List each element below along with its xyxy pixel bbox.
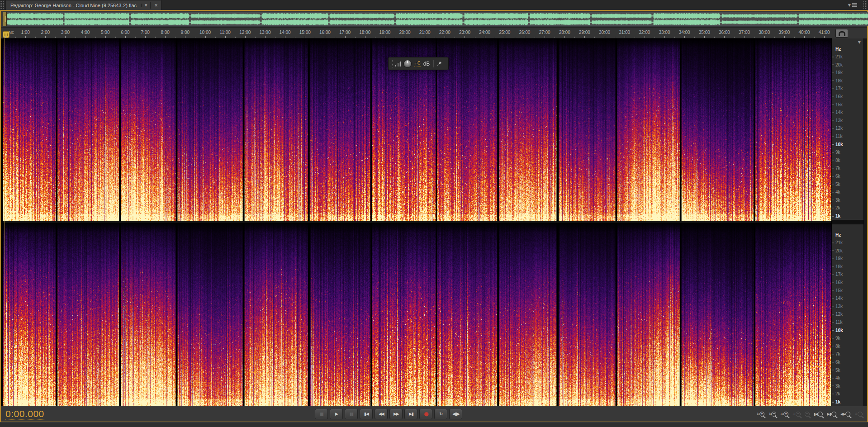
rewind-button[interactable]: ◀◀ [375, 409, 388, 419]
ruler-tick [205, 36, 206, 38]
spectrogram-channel-right[interactable] [3, 223, 831, 406]
frequency-scale-dropdown-icon[interactable]: ▼ [858, 40, 861, 44]
play-button[interactable]: ▶ [330, 409, 343, 419]
frequency-unit-label: Hz [835, 232, 841, 237]
scale-divider [832, 220, 867, 224]
ruler-label: 14:00 [280, 30, 291, 35]
frequency-label: 12k [835, 312, 843, 317]
frequency-scale-right[interactable]: Hz21k20k19k18k17k16k15k14k13k12k11k10k9k… [832, 224, 867, 406]
hud-grip-icon[interactable] [390, 60, 393, 67]
zoom-in-vertical-button[interactable]: ↕+ [756, 412, 764, 417]
ruler-label: 34:00 [679, 30, 690, 35]
ruler-tick [545, 36, 545, 38]
zoom-to-out-point-button[interactable]: ▶▮ [827, 412, 836, 417]
zoom-in-horizontal-button[interactable]: ↔+ [780, 412, 788, 417]
ruler-label: 41:00 [819, 30, 830, 35]
frequency-label: 13k [835, 118, 843, 123]
playhead-time-display[interactable]: 0:00.000 [5, 408, 44, 420]
ruler-tick [645, 36, 645, 38]
ruler-tick [245, 36, 246, 38]
magnifier-icon [858, 412, 863, 417]
spectral-display: ▼ Hz21k20k19k18k17k16k15k14k13k12k11k10k… [1, 38, 867, 406]
gain-value[interactable]: +0 [414, 60, 421, 67]
skip-selection-button[interactable]: ◀▮▶ [449, 409, 462, 419]
gain-knob[interactable] [403, 60, 412, 68]
zoom-to-in-point-button[interactable]: ▮◀ [814, 412, 823, 417]
ruler-label: 25:00 [499, 30, 510, 35]
ruler-tick [724, 36, 725, 38]
ruler-minor-tick [535, 37, 535, 38]
skip-to-end-button[interactable]: ▶▮ [404, 409, 417, 419]
zoom-out-vertical-button[interactable]: ↕− [768, 412, 777, 417]
ruler-tick [5, 36, 6, 38]
frequency-label: 11k [835, 134, 842, 139]
tab-close-icon[interactable]: × [150, 2, 161, 9]
frequency-label: 20k [835, 62, 843, 67]
zoom-to-selection-button[interactable]: ◀▶ [840, 412, 850, 417]
ruler-tools [832, 28, 867, 38]
ruler-label: 18:00 [359, 30, 370, 35]
record-button[interactable]: ● [419, 409, 432, 419]
transport-bar: 0:00.000 ■▶▮▮▮◀◀◀▶▶▶▮●↻◀▮▶ ↕+↕−↔+↔−−▮◀▶▮… [1, 406, 867, 422]
pause-button: ▮▮ [345, 409, 358, 419]
zoom-full-vertical-button: ↕ [854, 412, 863, 417]
magnifier-icon: − [771, 412, 776, 417]
frequency-scale-left[interactable]: ▼ Hz21k20k19k18k17k16k15k14k13k12k11k10k… [832, 38, 867, 220]
frequency-label: 8k [835, 157, 840, 162]
skip-to-start-button[interactable]: ▮◀ [360, 409, 373, 419]
ruler-tick [625, 36, 625, 38]
ruler-tick [185, 36, 185, 38]
panel-edge-grip[interactable] [863, 1, 867, 9]
ruler-label: 8:00 [161, 30, 169, 35]
panel-drag-grip[interactable] [0, 1, 4, 9]
panel-menu-icon[interactable]: ▼ [848, 0, 857, 10]
level-meter-icon[interactable] [395, 61, 401, 66]
ruler-label: 12:00 [239, 30, 251, 35]
ruler-minor-tick [615, 37, 615, 38]
ruler-minor-tick [754, 37, 755, 38]
ruler-label: 21:00 [419, 30, 431, 35]
frequency-scale-column[interactable]: ▼ Hz21k20k19k18k17k16k15k14k13k12k11k10k… [831, 38, 867, 406]
ruler-minor-tick [155, 37, 156, 38]
frequency-label: 5k [835, 181, 840, 186]
frequency-label: 2k [835, 205, 840, 210]
overview-left-handle[interactable] [3, 12, 7, 26]
ruler-minor-tick [335, 37, 335, 38]
ruler-minor-tick [395, 37, 395, 38]
ruler-tick [105, 36, 106, 38]
ruler-label: 26:00 [519, 30, 530, 35]
ruler-minor-tick [95, 37, 96, 38]
waveform-overview[interactable] [3, 12, 868, 26]
ruler-tick [445, 36, 445, 38]
ruler-label: 2:00 [41, 30, 50, 35]
ruler-label: 22:00 [439, 30, 451, 35]
magnifier-icon [831, 412, 836, 417]
ruler-minor-tick [115, 37, 116, 38]
audition-window: Редактор: George Harrison - Cloud Nine (… [0, 0, 868, 427]
tab-dropdown-icon[interactable]: ▼ [141, 4, 150, 7]
snap-magnet-icon[interactable] [835, 29, 848, 38]
frequency-label: 4k [835, 375, 840, 380]
vertical-scrollbar[interactable] [863, 38, 867, 406]
ruler-label: 35:00 [699, 30, 710, 35]
overview-waveform-canvas[interactable] [7, 12, 868, 26]
frequency-label: 6k [835, 360, 840, 365]
editor-tab[interactable]: Редактор: George Harrison - Cloud Nine (… [5, 0, 161, 10]
fast-forward-button[interactable]: ▶▶ [389, 409, 403, 419]
ruler-minor-tick [55, 37, 56, 38]
ruler-minor-tick [714, 37, 715, 38]
ruler-minor-tick [594, 37, 595, 38]
frequency-label: 14k [835, 296, 843, 301]
ruler-label: 9:00 [181, 30, 190, 35]
status-bar [0, 422, 868, 427]
ruler-minor-tick [35, 37, 36, 38]
magnifier-icon [818, 412, 823, 417]
loop-playback-button[interactable]: ↻ [434, 409, 447, 419]
playhead-marker[interactable] [3, 31, 9, 38]
time-ruler[interactable]: чмс 1:002:003:004:005:006:007:008:009:00… [3, 28, 832, 38]
pin-icon[interactable] [436, 61, 442, 66]
ruler-label: 31:00 [619, 30, 630, 35]
ruler-minor-tick [295, 37, 295, 38]
ruler-tick [405, 36, 405, 38]
ruler-minor-tick [175, 37, 175, 38]
